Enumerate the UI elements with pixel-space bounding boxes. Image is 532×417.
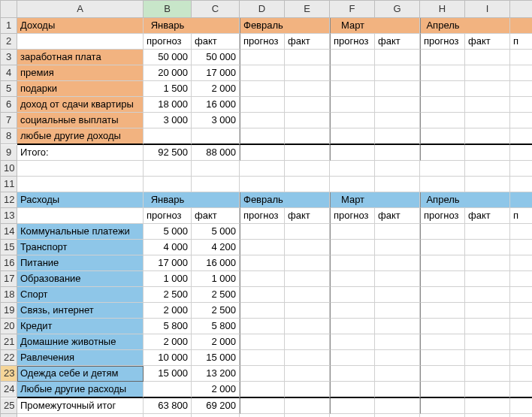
- income-item-5-a3[interactable]: [465, 128, 510, 145]
- income-item-1-f1[interactable]: [240, 65, 285, 81]
- exp-10-a1[interactable]: [285, 382, 330, 398]
- exp-1-ov[interactable]: [510, 240, 532, 255]
- blank-10-2[interactable]: [192, 177, 240, 192]
- exp-4-f3[interactable]: [420, 287, 465, 303]
- blank-26-0[interactable]: [17, 414, 144, 417]
- expense-item-1-a[interactable]: 4 200: [192, 240, 240, 255]
- income-item-4-ov[interactable]: [510, 113, 532, 128]
- income-item-0-a1[interactable]: [285, 50, 330, 65]
- exp-6-f3[interactable]: [420, 319, 465, 334]
- exp-7-f3[interactable]: [420, 334, 465, 350]
- row-header-23[interactable]: 23: [1, 366, 17, 382]
- row-header-18[interactable]: 18: [1, 287, 17, 303]
- expense-item-4-a[interactable]: 2 500: [192, 287, 240, 303]
- income-item-2-a3[interactable]: [465, 81, 510, 97]
- exp-2-f3[interactable]: [420, 255, 465, 271]
- exp-6-a3[interactable]: [465, 319, 510, 334]
- exp-8-f2[interactable]: [330, 350, 375, 366]
- income-item-5-f[interactable]: [144, 128, 192, 145]
- income-item-1-a1[interactable]: [285, 65, 330, 81]
- exp-tot-a2[interactable]: [375, 398, 420, 414]
- expense-item-10-a[interactable]: 2 000: [192, 382, 240, 398]
- exp-7-f2[interactable]: [330, 334, 375, 350]
- blank-26-4[interactable]: [285, 414, 330, 417]
- row-header-14[interactable]: 14: [1, 224, 17, 240]
- row-header-25[interactable]: 25: [1, 398, 17, 414]
- income-item-1-a2[interactable]: [375, 65, 420, 81]
- exp-7-f1[interactable]: [240, 334, 285, 350]
- exp-8-a3[interactable]: [465, 350, 510, 366]
- income-item-3-a1[interactable]: [285, 97, 330, 113]
- expense-item-8-a[interactable]: 15 000: [192, 350, 240, 366]
- col-header-C[interactable]: C: [192, 1, 240, 18]
- exp-tot-f1[interactable]: [240, 398, 285, 414]
- exp-10-f1[interactable]: [240, 382, 285, 398]
- income-item-2-a1[interactable]: [285, 81, 330, 97]
- exp-4-ov[interactable]: [510, 287, 532, 303]
- exp-3-f3[interactable]: [420, 271, 465, 287]
- blank-26-9[interactable]: [510, 414, 532, 417]
- exp-9-a2[interactable]: [375, 366, 420, 382]
- income-item-1-ov[interactable]: [510, 65, 532, 81]
- expense-item-3-f[interactable]: 1 000: [144, 271, 192, 287]
- inc-tot-f3[interactable]: [420, 145, 465, 161]
- col-header-H[interactable]: H: [420, 1, 465, 18]
- row-header-17[interactable]: 17: [1, 271, 17, 287]
- exp-5-a1[interactable]: [285, 303, 330, 319]
- income-item-4-f[interactable]: 3 000: [144, 113, 192, 128]
- exp-2-ov[interactable]: [510, 255, 532, 271]
- col-header-D[interactable]: D: [240, 1, 285, 18]
- blank-10-5[interactable]: [330, 177, 375, 192]
- row-header-22[interactable]: 22: [1, 350, 17, 366]
- exp-10-f2[interactable]: [330, 382, 375, 398]
- blank-9-6[interactable]: [375, 161, 420, 177]
- row-header-19[interactable]: 19: [1, 303, 17, 319]
- col-header-B[interactable]: B: [144, 1, 192, 18]
- row-header-7[interactable]: 7: [1, 113, 17, 128]
- blank-9-0[interactable]: [17, 161, 144, 177]
- expense-item-9-a[interactable]: 13 200: [192, 366, 240, 382]
- income-item-4-a2[interactable]: [375, 113, 420, 128]
- exp-4-f2[interactable]: [330, 287, 375, 303]
- blank-26-3[interactable]: [240, 414, 285, 417]
- exp-8-f1[interactable]: [240, 350, 285, 366]
- row-header-2[interactable]: 2: [1, 34, 17, 50]
- exp-3-f2[interactable]: [330, 271, 375, 287]
- exp-6-ov[interactable]: [510, 319, 532, 334]
- exp-tot-f2[interactable]: [330, 398, 375, 414]
- income-item-0-f3[interactable]: [420, 50, 465, 65]
- expense-item-2-a[interactable]: 16 000: [192, 255, 240, 271]
- income-item-0-a[interactable]: 50 000: [192, 50, 240, 65]
- row-header-4[interactable]: 4: [1, 65, 17, 81]
- expense-item-9-f[interactable]: 15 000: [144, 366, 192, 382]
- blank-10-8[interactable]: [465, 177, 510, 192]
- inc-tot-a3[interactable]: [465, 145, 510, 161]
- income-item-2-a2[interactable]: [375, 81, 420, 97]
- expense-item-7-f[interactable]: 2 000: [144, 334, 192, 350]
- exp-5-f2[interactable]: [330, 303, 375, 319]
- exp-2-a2[interactable]: [375, 255, 420, 271]
- exp-9-ov[interactable]: [510, 366, 532, 382]
- exp-6-a2[interactable]: [375, 319, 420, 334]
- row-header-8[interactable]: 8: [1, 128, 17, 144]
- exp-7-a3[interactable]: [465, 334, 510, 350]
- income-item-4-a1[interactable]: [285, 113, 330, 128]
- income-item-5-f1[interactable]: [240, 128, 285, 145]
- income-item-1-f3[interactable]: [420, 65, 465, 81]
- exp-7-a2[interactable]: [375, 334, 420, 350]
- expense-item-0-f[interactable]: 5 000: [144, 224, 192, 240]
- blank-26-6[interactable]: [375, 414, 420, 417]
- inc-tot-a2[interactable]: [375, 145, 420, 161]
- income-item-2-f2[interactable]: [330, 81, 375, 97]
- income-item-4-f3[interactable]: [420, 113, 465, 128]
- blank-26-5[interactable]: [330, 414, 375, 417]
- income-item-3-a2[interactable]: [375, 97, 420, 113]
- exp-0-f1[interactable]: [240, 224, 285, 240]
- exp-6-a1[interactable]: [285, 319, 330, 334]
- income-item-2-f[interactable]: 1 500: [144, 81, 192, 97]
- exp-5-f3[interactable]: [420, 303, 465, 319]
- income-item-0-f2[interactable]: [330, 50, 375, 65]
- row-header-26[interactable]: 26: [1, 414, 17, 417]
- blank-10-7[interactable]: [420, 177, 465, 192]
- expense-item-10-f[interactable]: [144, 382, 192, 398]
